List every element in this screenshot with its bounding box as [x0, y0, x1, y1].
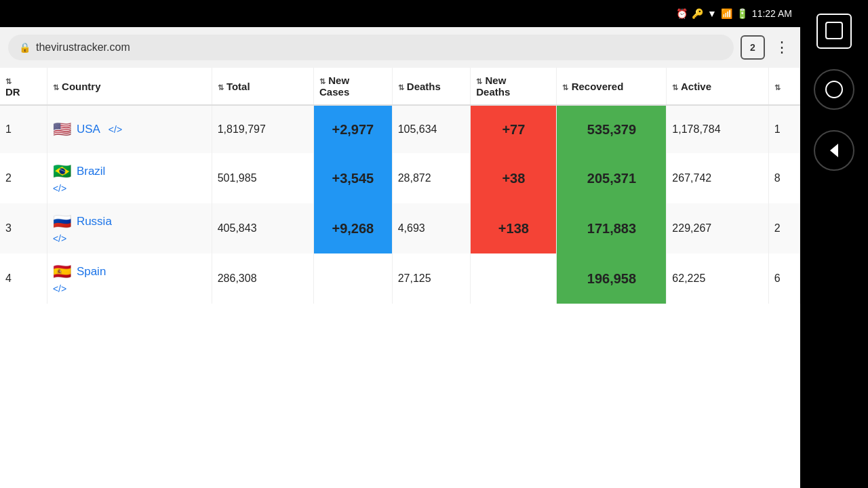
s-cell: 8 — [768, 153, 800, 203]
rank-cell: 2 — [0, 153, 47, 203]
header-recovered[interactable]: ⇅ Recovered — [557, 68, 667, 105]
country-name: USA — [77, 123, 100, 136]
embed-icon: </> — [53, 283, 66, 294]
recovered-value: 205,371 — [557, 155, 666, 202]
deaths-cell: 28,872 — [392, 153, 471, 203]
header-dr[interactable]: ⇅ DR — [0, 68, 47, 105]
new-deaths-cell: +77 — [471, 105, 557, 153]
new-cases-cell: +2,977 — [314, 105, 393, 153]
status-icons: ⏰ 🔑 ▼ 📶 🔋 11:22 AM — [676, 8, 792, 19]
tab-count-button[interactable]: 2 — [741, 35, 765, 60]
back-button[interactable] — [814, 130, 854, 171]
header-active[interactable]: ⇅ Active — [667, 68, 768, 105]
flag-icon: 🇧🇷 — [53, 163, 71, 180]
sort-icon-deaths: ⇅ — [398, 83, 404, 92]
country-cell[interactable]: 🇪🇸 Spain </> — [47, 253, 212, 304]
total-cell: 1,819,797 — [212, 105, 313, 153]
sort-icon-recovered: ⇅ — [562, 83, 568, 92]
sort-icon-total: ⇅ — [218, 83, 224, 92]
sort-icon-dr: ⇅ — [5, 77, 12, 85]
sort-icon-active: ⇅ — [672, 83, 678, 92]
active-cell: 229,267 — [667, 203, 768, 253]
rank-cell: 4 — [0, 253, 47, 304]
embed-icon: </> — [53, 233, 66, 244]
new-deaths-value: +77 — [471, 106, 556, 153]
header-total[interactable]: ⇅ Total — [212, 68, 313, 105]
rank-cell: 3 — [0, 203, 47, 253]
s-cell: 6 — [768, 253, 800, 304]
recovered-value: 196,958 — [557, 255, 666, 302]
flag-icon: 🇪🇸 — [53, 263, 71, 281]
rank-cell: 1 — [0, 105, 47, 153]
alarm-icon: ⏰ — [676, 8, 688, 19]
country-name: Russia — [77, 215, 112, 228]
s-cell: 1 — [768, 105, 800, 153]
lock-icon: 🔒 — [19, 42, 31, 53]
new-cases-cell — [314, 253, 393, 304]
signal-icon: 📶 — [721, 8, 732, 19]
total-cell: 286,308 — [212, 253, 313, 304]
new-cases-cell: +9,268 — [314, 203, 393, 253]
country-cell[interactable]: 🇧🇷 Brazil </> — [47, 153, 212, 203]
total-cell: 501,985 — [212, 153, 313, 203]
battery-icon: 🔋 — [736, 8, 748, 19]
header-deaths[interactable]: ⇅ Deaths — [392, 68, 471, 105]
header-s[interactable]: ⇅ — [768, 68, 800, 105]
deaths-cell: 105,634 — [392, 105, 471, 153]
svg-marker-2 — [830, 144, 838, 157]
flag-icon: 🇷🇺 — [53, 213, 71, 230]
header-new-deaths[interactable]: ⇅ New Deaths — [471, 68, 557, 105]
browser-chrome: 🔒 thevirustracker.com 2 ⋮ — [0, 27, 800, 68]
recent-apps-button[interactable] — [816, 14, 852, 49]
new-cases-value: +2,977 — [314, 106, 392, 153]
table-row: 4 🇪🇸 Spain </> 286,30827,125196,95862,22… — [0, 253, 800, 304]
new-deaths-cell — [471, 253, 557, 304]
table-row: 3 🇷🇺 Russia </> 405,843+9,2684,693+13817… — [0, 203, 800, 253]
new-deaths-cell: +138 — [471, 203, 557, 253]
browser-menu-button[interactable]: ⋮ — [772, 36, 792, 59]
country-cell[interactable]: 🇺🇸 USA </> — [47, 105, 212, 153]
s-cell: 2 — [768, 203, 800, 253]
total-cell: 405,843 — [212, 203, 313, 253]
table-row: 1 🇺🇸 USA </> 1,819,797+2,977105,634+7753… — [0, 105, 800, 153]
sort-icon-newcases: ⇅ — [319, 77, 326, 85]
sort-icon-s: ⇅ — [774, 83, 781, 92]
active-cell: 267,742 — [667, 153, 768, 203]
country-name: Brazil — [77, 165, 106, 178]
new-deaths-cell: +38 — [471, 153, 557, 203]
table-row: 2 🇧🇷 Brazil </> 501,985+3,54528,872+3820… — [0, 153, 800, 203]
time-display: 11:22 AM — [752, 8, 792, 19]
new-deaths-value: +138 — [471, 205, 556, 252]
recovered-value: 171,883 — [557, 205, 666, 252]
android-nav-panel — [800, 0, 868, 488]
new-cases-value: +3,545 — [314, 155, 392, 202]
recovered-value: 535,379 — [557, 106, 666, 153]
new-cases-value: +9,268 — [314, 205, 392, 252]
svg-point-1 — [826, 81, 842, 98]
tab-count: 2 — [750, 42, 755, 53]
header-country[interactable]: ⇅ Country — [47, 68, 212, 105]
status-bar: ⏰ 🔑 ▼ 📶 🔋 11:22 AM — [0, 0, 800, 27]
sort-icon-country: ⇅ — [53, 83, 59, 92]
recovered-cell: 171,883 — [557, 203, 667, 253]
content-area: ⇅ DR ⇅ Country ⇅ Total ⇅ — [0, 68, 800, 488]
key-icon: 🔑 — [692, 8, 703, 19]
active-cell: 62,225 — [667, 253, 768, 304]
header-new-cases[interactable]: ⇅ New Cases — [314, 68, 393, 105]
recovered-cell: 535,379 — [557, 105, 667, 153]
recovered-cell: 196,958 — [557, 253, 667, 304]
embed-icon: </> — [53, 183, 66, 194]
address-bar[interactable]: 🔒 thevirustracker.com — [8, 35, 734, 60]
flag-icon: 🇺🇸 — [53, 121, 71, 138]
country-name: Spain — [77, 265, 106, 279]
active-cell: 1,178,784 — [667, 105, 768, 153]
sort-icon-newdeaths: ⇅ — [476, 77, 482, 85]
url-text: thevirustracker.com — [36, 41, 130, 54]
table-header-row: ⇅ DR ⇅ Country ⇅ Total ⇅ — [0, 68, 800, 105]
svg-rect-0 — [826, 22, 842, 39]
home-button[interactable] — [814, 69, 854, 110]
embed-icon: </> — [108, 124, 122, 135]
country-cell[interactable]: 🇷🇺 Russia </> — [47, 203, 212, 253]
covid-table: ⇅ DR ⇅ Country ⇅ Total ⇅ — [0, 68, 800, 304]
wifi-icon: ▼ — [707, 8, 717, 19]
